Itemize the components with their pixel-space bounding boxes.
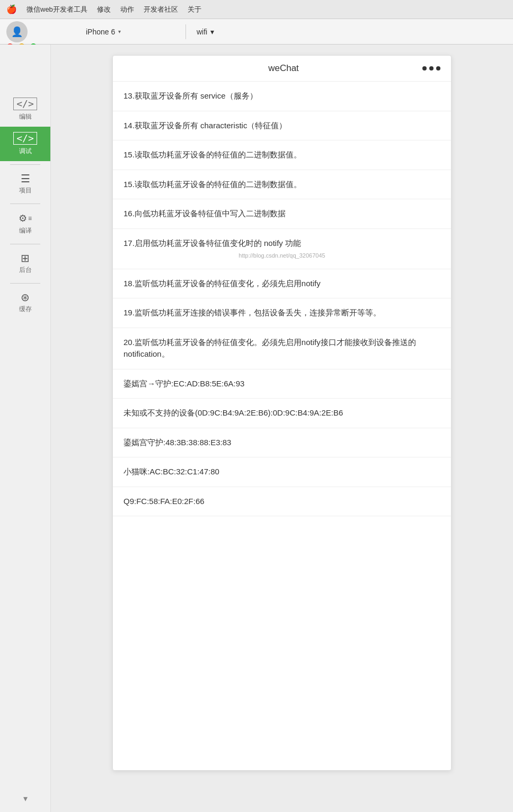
list-item[interactable]: 18.监听低功耗蓝牙设备的特征值变化，必须先启用notify xyxy=(113,269,451,299)
edit-icon: </> xyxy=(13,98,37,110)
phone-panel: weChat 13.获取蓝牙设备所有 service（服务） 14.获取蓝牙设备… xyxy=(112,55,452,771)
sidebar-item-debug[interactable]: </> 调试 xyxy=(0,127,50,161)
item-text: 鎏嫣宫→守护:EC:AD:B8:5E:6A:93 xyxy=(123,379,244,388)
wifi-dropdown-arrow: ▾ xyxy=(210,28,214,36)
menu-item-app[interactable]: 微信web开发者工具 xyxy=(26,5,87,14)
item-text: 13.获取蓝牙设备所有 service（服务） xyxy=(123,91,258,100)
avatar: 👤 xyxy=(6,21,28,42)
sidebar-item-compile[interactable]: ⚙ ≡ 编译 xyxy=(0,207,50,241)
dot-1 xyxy=(422,66,427,70)
main-content: weChat 13.获取蓝牙设备所有 service（服务） 14.获取蓝牙设备… xyxy=(51,45,513,812)
list-item[interactable]: Q9:FC:58:FA:E0:2F:66 xyxy=(113,487,451,517)
item-text: 15.读取低功耗蓝牙设备的特征值的二进制数据值。 xyxy=(123,180,302,189)
backend-icon: ⊞ xyxy=(21,253,30,263)
chevron-down-icon[interactable]: ▾ xyxy=(23,793,28,804)
sidebar-divider-1 xyxy=(10,164,40,165)
item-text: 14.获取蓝牙设备所有 characteristic（特征值） xyxy=(123,121,287,130)
apple-icon[interactable]: 🍎 xyxy=(6,4,17,14)
item-text: 17.启用低功耗蓝牙设备特征值变化时的 notify 功能 xyxy=(123,239,301,248)
list-item[interactable]: 13.获取蓝牙设备所有 service（服务） xyxy=(113,82,451,111)
sidebar-item-project[interactable]: ☰ 项目 xyxy=(0,168,50,200)
device-selector[interactable]: iPhone 6 ▾ xyxy=(79,25,185,38)
list-item[interactable]: 20.监听低功耗蓝牙设备的特征值变化。必须先启用notify接口才能接收到设备推… xyxy=(113,328,451,369)
device-label: iPhone 6 xyxy=(86,28,115,36)
panel-dots[interactable] xyxy=(422,66,440,70)
watermark: http://blog.csdn.net/qq_32067045 xyxy=(123,251,440,260)
item-text: 20.监听低功耗蓝牙设备的特征值变化。必须先启用notify接口才能接收到设备推… xyxy=(123,338,416,359)
menu-item-edit[interactable]: 修改 xyxy=(97,5,111,14)
sidebar-item-edit[interactable]: </> 编辑 xyxy=(0,92,50,127)
cache-icon: ⊛ xyxy=(21,292,30,303)
sidebar-label-edit: 编辑 xyxy=(19,112,32,121)
dot-2 xyxy=(429,66,434,70)
list-item[interactable]: 小猫咪:AC:BC:32:C1:47:80 xyxy=(113,457,451,487)
sidebar-divider-4 xyxy=(10,283,40,284)
item-text: 小猫咪:AC:BC:32:C1:47:80 xyxy=(123,467,219,476)
dot-3 xyxy=(436,66,440,70)
wifi-label: wifi xyxy=(197,28,207,36)
sidebar-label-debug: 调试 xyxy=(19,147,32,156)
list-item[interactable]: 鎏嫣宫守护:48:3B:38:88:E3:83 xyxy=(113,428,451,458)
sidebar-label-project: 项目 xyxy=(19,186,32,195)
sidebar-divider-2 xyxy=(10,204,40,204)
item-text: 18.监听低功耗蓝牙设备的特征值变化，必须先启用notify xyxy=(123,279,321,288)
item-text: 鎏嫣宫守护:48:3B:38:88:E3:83 xyxy=(123,438,231,447)
panel-header: weChat xyxy=(113,56,451,82)
list-item[interactable]: 19.监听低功耗蓝牙连接的错误事件，包括设备丢失，连接异常断开等等。 xyxy=(113,298,451,328)
list-item[interactable]: 15.读取低功耗蓝牙设备的特征值的二进制数据值。 xyxy=(113,140,451,170)
sidebar-label-compile: 编译 xyxy=(19,226,32,235)
list-item[interactable]: 16.向低功耗蓝牙设备特征值中写入二进制数据 xyxy=(113,199,451,229)
sidebar-item-backend[interactable]: ⊞ 后台 xyxy=(0,248,50,280)
sidebar-label-cache: 缓存 xyxy=(19,305,32,314)
list-item[interactable]: 17.启用低功耗蓝牙设备特征值变化时的 notify 功能 http://blo… xyxy=(113,229,451,269)
sidebar-divider-3 xyxy=(10,244,40,244)
menu-bar: 🍎 微信web开发者工具 修改 动作 开发者社区 关于 xyxy=(0,0,513,19)
list-item[interactable]: 未知或不支持的设备(0D:9C:B4:9A:2E:B6):0D:9C:B4:9A… xyxy=(113,399,451,428)
item-text: 19.监听低功耗蓝牙连接的错误事件，包括设备丢失，连接异常断开等等。 xyxy=(123,308,381,317)
list-item[interactable]: 鎏嫣宫→守护:EC:AD:B8:5E:6A:93 xyxy=(113,369,451,399)
item-text: 未知或不支持的设备(0D:9C:B4:9A:2E:B6):0D:9C:B4:9A… xyxy=(123,408,343,417)
list-item[interactable]: 14.获取蓝牙设备所有 characteristic（特征值） xyxy=(113,111,451,141)
menu-item-about[interactable]: 关于 xyxy=(188,5,201,14)
menu-item-community[interactable]: 开发者社区 xyxy=(144,5,178,14)
sidebar-label-backend: 后台 xyxy=(19,266,32,275)
top-toolbar: 👤 iPhone 6 ▾ wifi ▾ xyxy=(0,19,513,45)
panel-title: weChat xyxy=(145,63,422,74)
menu-item-action[interactable]: 动作 xyxy=(120,5,134,14)
debug-icon: </> xyxy=(13,132,37,145)
item-text: 15.读取低功耗蓝牙设备的特征值的二进制数据值。 xyxy=(123,150,302,159)
device-dropdown-arrow: ▾ xyxy=(118,29,121,34)
project-icon: ☰ xyxy=(21,173,30,184)
wifi-selector[interactable]: wifi ▾ xyxy=(186,25,292,38)
sidebar-item-cache[interactable]: ⊛ 缓存 xyxy=(0,287,50,319)
compile-icon: ⚙ ≡ xyxy=(19,213,32,224)
item-text: Q9:FC:58:FA:E0:2F:66 xyxy=(123,497,205,506)
list-item[interactable]: 15.读取低功耗蓝牙设备的特征值的二进制数据值。 xyxy=(113,170,451,200)
sidebar: </> 编辑 </> 调试 ☰ 项目 ⚙ ≡ 编译 ⊞ 后台 ⊛ 缓存 ▾ xyxy=(0,45,51,812)
item-text: 16.向低功耗蓝牙设备特征值中写入二进制数据 xyxy=(123,209,286,218)
